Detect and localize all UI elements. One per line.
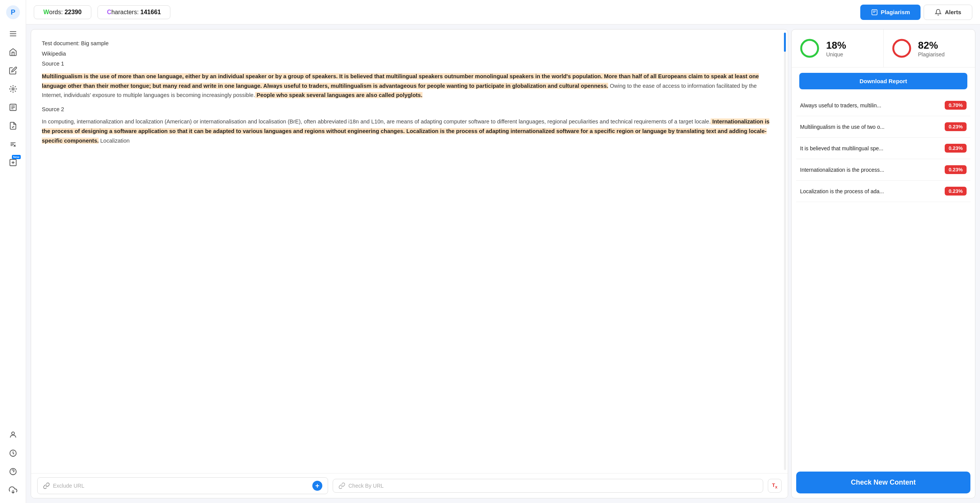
plagiarised-donut — [891, 37, 913, 59]
new-badge: New — [12, 155, 20, 159]
result-pct-2: 0.23% — [945, 144, 967, 153]
plagiarised-pct: 82% — [918, 39, 945, 51]
doc-wiki: Wikipedia — [42, 49, 772, 59]
result-pct-0: 0.70% — [945, 101, 967, 110]
download-report-button[interactable]: Download Report — [799, 73, 967, 89]
doc-p2-end: Localization — [99, 138, 130, 144]
sidebar-item-edit[interactable] — [5, 62, 21, 79]
tab-alerts-label: Alerts — [945, 9, 961, 15]
document-panel: Test document: Big sample Wikipedia Sour… — [31, 29, 788, 498]
result-text-2: It is believed that multilingual spe... — [800, 145, 945, 151]
topbar: Words: 22390 Characters: 141661 Plagiari… — [26, 0, 980, 25]
result-pct-1: 0.23% — [945, 122, 967, 131]
sidebar-bottom — [5, 426, 21, 498]
sidebar: P New — [0, 0, 26, 503]
sidebar-item-document[interactable] — [5, 99, 21, 116]
exclude-url-label: Exclude URL — [53, 483, 84, 489]
result-text-3: Internationalization is the process... — [800, 167, 945, 173]
sidebar-item-profile[interactable] — [5, 426, 21, 443]
words-label: ords: — [49, 9, 64, 15]
exclude-url-box[interactable]: Exclude URL + — [37, 477, 328, 494]
doc-paragraph1: Multilingualism is the use of more than … — [42, 72, 772, 100]
right-panel: 18% Unique 82% Plagiarised — [791, 29, 975, 498]
sidebar-item-new[interactable]: New — [5, 154, 21, 171]
unique-stat-info: 18% Unique — [826, 39, 846, 58]
sidebar-item-history[interactable] — [5, 445, 21, 462]
words-stat: Words: 22390 — [34, 5, 91, 19]
plagiarised-stat-info: 82% Plagiarised — [918, 39, 945, 58]
svg-point-13 — [12, 432, 14, 435]
stats-row: 18% Unique 82% Plagiarised — [792, 30, 975, 67]
add-exclude-url-button[interactable]: + — [312, 481, 322, 491]
tab-plagiarism[interactable]: Plagiarism — [860, 5, 921, 20]
chars-label: haracters: — [111, 9, 140, 15]
doc-p1-bold2: People who speak several languages are a… — [255, 92, 422, 98]
result-item-2[interactable]: It is believed that multilingual spe... … — [796, 138, 970, 159]
result-item-4[interactable]: Localization is the process of ada... 0.… — [796, 181, 970, 202]
sidebar-item-menu[interactable] — [5, 25, 21, 42]
sidebar-item-filecheck[interactable] — [5, 117, 21, 134]
result-text-4: Localization is the process of ada... — [800, 188, 945, 194]
unique-donut — [799, 37, 821, 59]
content-area: Test document: Big sample Wikipedia Sour… — [26, 25, 980, 503]
doc-p2-normal: In computing, internationalization and l… — [42, 118, 711, 125]
tab-alerts[interactable]: Alerts — [924, 5, 972, 20]
svg-text:P: P — [10, 8, 15, 16]
app-logo[interactable]: P — [5, 5, 21, 20]
doc-source2: Source 2 — [42, 105, 772, 114]
doc-paragraph2: In computing, internationalization and l… — [42, 117, 772, 145]
sidebar-item-support[interactable] — [5, 463, 21, 480]
sidebar-item-upload[interactable] — [5, 482, 21, 498]
clear-formatting-button[interactable]: Tx — [768, 479, 782, 493]
unique-label: Unique — [826, 51, 846, 58]
doc-source1: Source 1 — [42, 59, 772, 69]
doc-footer: Exclude URL + Check By URL Tx — [31, 473, 788, 498]
main-area: Words: 22390 Characters: 141661 Plagiari… — [26, 0, 980, 503]
result-text-1: Multilingualism is the use of two o... — [800, 124, 945, 130]
svg-point-22 — [801, 40, 818, 57]
doc-title: Test document: Big sample — [42, 39, 772, 48]
chars-value: 141661 — [140, 9, 161, 15]
words-value: 22390 — [64, 9, 82, 15]
result-pct-4: 0.23% — [945, 187, 967, 196]
check-new-content-button[interactable]: Check New Content — [796, 472, 970, 493]
sidebar-item-home[interactable] — [5, 44, 21, 61]
svg-point-23 — [893, 40, 910, 57]
svg-point-5 — [12, 88, 14, 90]
words-w-letter: W — [43, 9, 49, 15]
plagiarised-label: Plagiarised — [918, 51, 945, 58]
result-list: Always useful to traders, multilin... 0.… — [792, 95, 975, 467]
result-item-0[interactable]: Always useful to traders, multilin... 0.… — [796, 95, 970, 116]
result-text-0: Always useful to traders, multilin... — [800, 102, 945, 108]
plagiarised-stat-card: 82% Plagiarised — [883, 30, 975, 67]
sidebar-item-magic[interactable] — [5, 81, 21, 97]
unique-pct: 18% — [826, 39, 846, 51]
result-item-3[interactable]: Internationalization is the process... 0… — [796, 159, 970, 181]
chars-c-letter: C — [107, 9, 112, 15]
tab-plagiarism-label: Plagiarism — [881, 9, 910, 15]
sidebar-item-spellcheck[interactable] — [5, 136, 21, 153]
result-pct-3: 0.23% — [945, 165, 967, 174]
chars-stat: Characters: 141661 — [97, 5, 171, 19]
result-item-1[interactable]: Multilingualism is the use of two o... 0… — [796, 116, 970, 138]
unique-stat-card: 18% Unique — [792, 30, 883, 67]
document-scroll[interactable]: Test document: Big sample Wikipedia Sour… — [31, 30, 782, 473]
check-url-box[interactable]: Check By URL — [333, 479, 763, 493]
check-url-label: Check By URL — [348, 483, 384, 489]
